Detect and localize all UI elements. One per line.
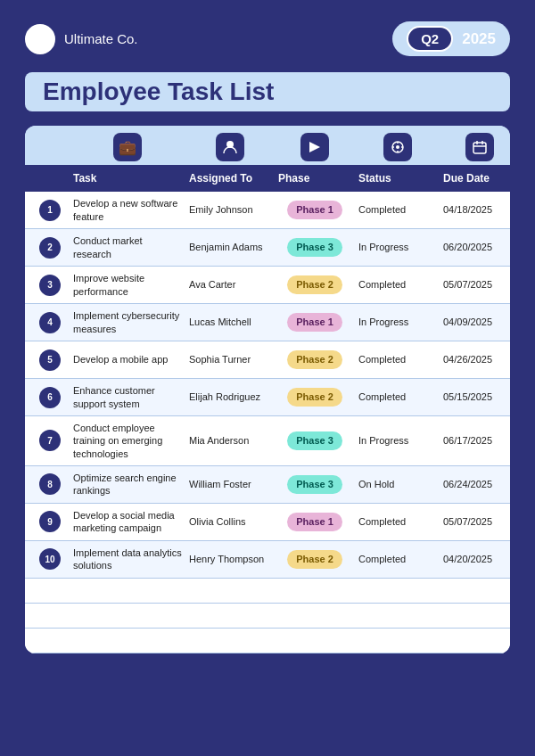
phase-badge: Phase 2	[287, 550, 342, 568]
status-cell: Completed	[355, 351, 440, 367]
assigned-cell: Emily Johnson	[185, 201, 275, 218]
due-date-cell: 06/17/2025	[440, 432, 510, 448]
quarter-year: Q2 2025	[392, 21, 510, 56]
task-cell: Optimize search engine rankings	[70, 470, 185, 499]
table-row: 7 Conduct employee training on emerging …	[25, 416, 510, 466]
phase-cell: Phase 3	[275, 430, 355, 451]
due-date-cell: 05/15/2025	[440, 389, 510, 405]
due-icon	[465, 133, 494, 161]
phase-badge: Phase 1	[287, 313, 342, 331]
empty-row-1	[25, 579, 510, 604]
row-num-badge: 5	[39, 349, 61, 371]
status-cell: In Progress	[355, 314, 440, 330]
col-num	[30, 177, 70, 180]
status-cell: Completed	[355, 276, 440, 292]
table-row: 5 Develop a mobile app Sophia Turner Pha…	[25, 341, 510, 379]
data-rows: 1 Develop a new software feature Emily J…	[25, 192, 510, 579]
assigned-cell: Lucas Mitchell	[185, 314, 275, 330]
assigned-cell: Ava Carter	[185, 276, 275, 292]
table-row: 10 Implement data analytics solutions He…	[25, 541, 510, 579]
row-number: 4	[30, 310, 70, 335]
assigned-icon	[216, 133, 244, 161]
task-cell: Implement data analytics solutions	[70, 545, 185, 574]
due-date-cell: 04/26/2025	[440, 351, 510, 367]
column-header-row: Task Assigned To Phase Status Due Date	[25, 165, 510, 192]
phase-cell: Phase 3	[275, 236, 355, 258]
due-date-cell: 04/18/2025	[440, 201, 510, 218]
svg-point-3	[396, 145, 399, 149]
row-num-badge: 4	[39, 312, 61, 333]
row-number: 6	[30, 385, 70, 410]
logo-icon	[25, 24, 55, 54]
row-num-badge: 10	[39, 548, 61, 570]
row-number: 3	[30, 273, 70, 298]
empty-row-2	[25, 604, 510, 629]
due-date-cell: 06/24/2025	[440, 476, 510, 492]
assigned-cell: Henry Thompson	[185, 551, 275, 567]
phase-badge: Phase 2	[287, 388, 342, 406]
assigned-cell: Elijah Rodriguez	[185, 389, 275, 405]
phase-badge: Phase 2	[287, 275, 342, 293]
svg-point-5	[401, 146, 403, 148]
phase-cell: Phase 2	[275, 386, 355, 407]
task-cell: Develop a social media marketing campaig…	[70, 507, 185, 537]
phase-cell: Phase 2	[275, 548, 355, 570]
icon-phase-cell	[275, 133, 355, 161]
due-date-cell: 05/07/2025	[440, 514, 510, 530]
task-cell: Develop a mobile app	[70, 351, 185, 367]
due-date-cell: 05/07/2025	[440, 276, 510, 292]
row-num-badge: 8	[39, 473, 61, 495]
phase-cell: Phase 3	[275, 473, 355, 495]
row-num-badge: 3	[39, 275, 61, 296]
svg-rect-8	[473, 143, 486, 153]
status-cell: Completed	[355, 201, 440, 218]
table-row: 3 Improve website performance Ava Carter…	[25, 267, 510, 304]
status-cell: Completed	[355, 514, 440, 530]
table-row: 9 Develop a social media marketing campa…	[25, 504, 510, 541]
phase-badge: Phase 1	[287, 513, 342, 530]
task-cell: Improve website performance	[70, 270, 185, 300]
phase-cell: Phase 1	[275, 199, 355, 220]
svg-point-4	[392, 146, 394, 148]
logo-text: Ultimate Co.	[64, 31, 138, 46]
phase-badge: Phase 1	[287, 201, 342, 218]
row-number: 7	[30, 428, 70, 453]
status-cell: On Hold	[355, 476, 440, 492]
row-num-badge: 7	[39, 430, 61, 451]
quarter-badge: Q2	[407, 26, 453, 52]
assigned-cell: Sophia Turner	[185, 351, 275, 367]
task-cell: Enhance customer support system	[70, 382, 185, 412]
due-date-cell: 04/09/2025	[440, 314, 510, 330]
status-cell: Completed	[355, 551, 440, 567]
phase-badge: Phase 3	[287, 238, 342, 256]
row-number: 9	[30, 509, 70, 534]
icon-task-cell: 💼	[70, 133, 185, 161]
col-due: Due Date	[440, 170, 510, 186]
table-row: 8 Optimize search engine rankings Willia…	[25, 466, 510, 504]
table-row: 2 Conduct market research Benjamin Adams…	[25, 229, 510, 267]
icon-due-cell	[440, 133, 510, 161]
col-status: Status	[355, 170, 440, 186]
task-cell: Develop a new software feature	[70, 195, 185, 225]
row-num-badge: 1	[39, 200, 61, 221]
table-row: 4 Implement cybersecurity measures Lucas…	[25, 304, 510, 341]
row-number: 8	[30, 472, 70, 497]
row-number: 2	[30, 235, 70, 260]
svg-marker-1	[309, 142, 320, 152]
row-num-badge: 2	[39, 237, 61, 259]
task-cell: Conduct employee training on emerging te…	[70, 420, 185, 462]
page-title: Employee Task List	[25, 72, 510, 111]
task-icon: 💼	[113, 133, 142, 161]
icon-row: 💼	[25, 126, 510, 165]
svg-point-6	[397, 142, 399, 144]
page: Ultimate Co. Q2 2025 Employee Task List …	[0, 0, 535, 756]
logo-area: Ultimate Co.	[25, 24, 138, 54]
task-cell: Conduct market research	[70, 233, 185, 262]
col-phase: Phase	[275, 170, 355, 186]
phase-icon	[300, 133, 329, 161]
table-row: 6 Enhance customer support system Elijah…	[25, 379, 510, 416]
assigned-cell: Mia Anderson	[185, 432, 275, 448]
row-num-badge: 6	[39, 387, 61, 408]
icon-assigned-cell	[185, 133, 275, 161]
year-text: 2025	[462, 30, 496, 48]
